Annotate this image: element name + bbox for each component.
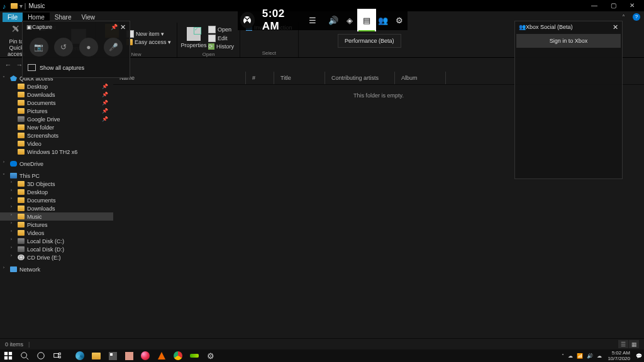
tray-onedrive-icon[interactable]: ☁ (597, 353, 602, 359)
settings-button[interactable]: ⚙ (391, 10, 408, 30)
taskbar-explorer-icon[interactable] (88, 349, 104, 362)
widgets-menu-button[interactable]: ☰ (304, 10, 321, 30)
new-item-button[interactable]: New item ▾ (125, 30, 173, 38)
gamebar-toolbar: 5:02 AM ☰ 🔊 ◈ ▤ 👥 ⚙ (238, 10, 408, 30)
audio-button[interactable]: 🔊 (325, 10, 341, 30)
tray-clock[interactable]: 5:02 AM10/7/2020 (604, 350, 634, 361)
gallery-icon (28, 64, 36, 71)
record-button[interactable]: ● (79, 38, 98, 57)
tree-item[interactable]: ˃Pictures (0, 221, 113, 229)
screenshot-button[interactable]: 📷 (30, 38, 48, 57)
taskview-button[interactable] (49, 349, 65, 362)
tree-item[interactable]: ˃Documents (0, 196, 113, 204)
tray-volume-icon[interactable]: 🔊 (587, 353, 593, 359)
svg-rect-7 (54, 354, 58, 358)
properties-button[interactable]: Properties (181, 24, 206, 52)
record-last-button[interactable]: ↺ (54, 38, 73, 57)
taskbar-app-icon[interactable] (121, 349, 137, 362)
tree-item[interactable]: Documents📌 (0, 99, 113, 107)
tree-item[interactable]: ˃OneDrive (0, 160, 113, 168)
close-button[interactable]: ✕ (623, 0, 641, 11)
xbox-button[interactable] (240, 12, 255, 28)
properties-icon (187, 27, 201, 41)
capture-widget: ▣ Capture 📌 ✕ 📷 ↺ ● 🎤 Show all captures (22, 21, 130, 78)
taskbar-chrome-icon[interactable] (170, 349, 186, 362)
tree-item[interactable]: Screenshots (0, 131, 113, 140)
col-number[interactable]: # (245, 72, 274, 84)
item-count: 0 items (5, 341, 23, 348)
capture-title: Capture (32, 24, 52, 30)
tree-item[interactable]: ˃Local Disk (C:) (0, 237, 113, 245)
svg-rect-9 (59, 356, 61, 358)
details-view-button[interactable]: ☰ (618, 340, 628, 348)
taskbar-firefox-icon[interactable] (137, 349, 153, 362)
svg-line-5 (26, 358, 29, 360)
tree-item[interactable]: New folder (0, 123, 113, 131)
taskbar-edge-icon[interactable] (72, 349, 88, 362)
mic-button[interactable]: 🎤 (104, 38, 123, 57)
tree-item[interactable]: Windows 10 TH2 x6 (0, 148, 113, 156)
edit-button[interactable]: Edit (206, 34, 236, 43)
col-title[interactable]: Title (274, 72, 325, 84)
status-bar: 0 items | ☰ ▦ (0, 338, 644, 349)
tree-item[interactable]: Video (0, 140, 113, 148)
folder-icon (11, 3, 18, 9)
close-social-button[interactable]: ✕ (613, 23, 618, 31)
pin-icon (9, 23, 23, 37)
tree-item[interactable]: Downloads📌 (0, 90, 113, 99)
tray-cloud-icon[interactable]: ☁ (568, 353, 573, 359)
tree-item[interactable]: Desktop📌 (0, 82, 113, 90)
people-icon: 👥 (519, 24, 526, 30)
open-button[interactable]: Open (206, 25, 236, 34)
tree-item[interactable]: ˃Local Disk (D:) (0, 245, 113, 253)
taskbar: ⚙ ˄ ☁ 📶 🔊 ☁ 5:02 AM10/7/2020 💬 (0, 349, 644, 362)
tree-item[interactable]: ˃Network (0, 265, 113, 273)
col-contrib[interactable]: Contributing artists (325, 72, 394, 84)
svg-rect-2 (4, 356, 8, 359)
tree-item[interactable]: ˃Music (0, 212, 113, 221)
start-button[interactable] (0, 349, 16, 362)
xbox-social-button[interactable]: 👥 (375, 10, 391, 30)
tab-file[interactable]: File (3, 13, 23, 22)
sign-in-button[interactable]: Sign in to Xbox (516, 34, 621, 48)
help-icon[interactable]: ? (633, 13, 640, 21)
thumbnails-view-button[interactable]: ▦ (629, 340, 639, 348)
tray-notifications-icon[interactable]: 💬 (636, 353, 642, 359)
minimize-button[interactable]: — (585, 0, 604, 11)
tree-item[interactable]: Pictures📌 (0, 107, 113, 115)
taskbar-vlc-icon[interactable] (153, 349, 170, 362)
taskbar-store-icon[interactable] (104, 349, 121, 362)
tree-item[interactable]: ˃3D Objects (0, 180, 113, 188)
pin-widget-button[interactable]: 📌 (111, 24, 118, 30)
tree-item[interactable]: ˃Desktop (0, 188, 113, 196)
capture-button[interactable]: ◈ (341, 10, 358, 30)
performance-tooltip: Performance (Beta) (338, 34, 401, 48)
close-capture-button[interactable]: ✕ (120, 23, 126, 31)
cortana-button[interactable] (33, 349, 49, 362)
tree-item[interactable]: Google Drive📌 (0, 115, 113, 123)
collapse-ribbon-icon[interactable]: ˄ (622, 14, 629, 21)
history-button[interactable]: ⟳History (206, 43, 236, 50)
svg-rect-1 (9, 352, 12, 355)
show-all-captures-button[interactable]: Show all captures (23, 62, 130, 74)
search-button[interactable] (16, 349, 33, 362)
xbox-social-title: Xbox Social (Beta) (526, 24, 573, 30)
svg-rect-8 (59, 353, 61, 355)
taskbar-settings-icon[interactable]: ⚙ (203, 349, 219, 362)
tree-item[interactable]: ˅This PC (0, 172, 113, 180)
maximize-button[interactable]: ▢ (604, 0, 623, 11)
svg-rect-0 (4, 352, 8, 355)
col-name[interactable]: Name (113, 72, 245, 84)
col-album[interactable]: Album (394, 72, 446, 84)
easy-access-button[interactable]: Easy access ▾ (125, 38, 173, 46)
tray-chevron-icon[interactable]: ˄ (562, 353, 564, 359)
tree-item[interactable]: ˃CD Drive (E:) (0, 253, 113, 261)
svg-rect-3 (9, 356, 12, 359)
taskbar-app2-icon[interactable] (186, 349, 203, 362)
back-button[interactable]: ← (3, 61, 14, 69)
tree-item[interactable]: ˃Downloads (0, 204, 113, 212)
tree-item[interactable]: ˃Videos (0, 229, 113, 237)
tray-network-icon[interactable]: 📶 (577, 353, 583, 359)
nav-tree[interactable]: ˅Quick accessDesktop📌Downloads📌Documents… (0, 72, 113, 343)
performance-button[interactable]: ▤ (358, 10, 375, 30)
